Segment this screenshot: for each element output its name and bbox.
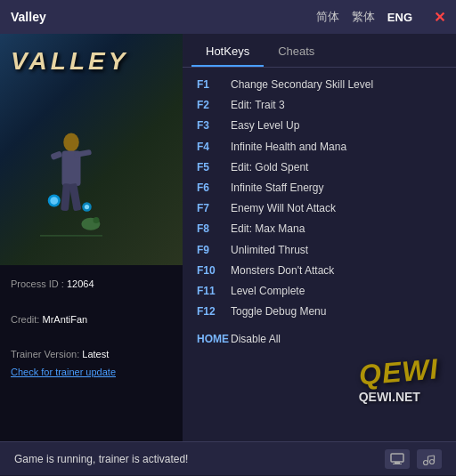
tab-hotkeys[interactable]: HotKeys	[191, 37, 264, 67]
hotkey-desc-f11: Level Complete	[231, 283, 305, 300]
svg-rect-5	[69, 183, 81, 212]
hotkey-key-f11: F11	[197, 283, 231, 300]
hotkey-row-f7: F7 Enemy Will Not Attack	[197, 200, 442, 217]
svg-rect-13	[391, 454, 403, 462]
hotkey-desc-home: Disable All	[231, 331, 281, 348]
process-id-row: Process ID : 12064	[11, 276, 172, 294]
credit-value: MrAntiFan	[42, 314, 87, 325]
hotkey-key-f8: F8	[197, 221, 231, 238]
hotkey-key-f5: F5	[197, 159, 231, 176]
hotkey-row-f9: F9 Unlimited Thrust	[197, 242, 442, 259]
hotkey-key-f3: F3	[197, 117, 231, 134]
hotkey-key-f1: F1	[197, 77, 231, 93]
title-bar: Valley 简体 繁体 ENG ✕	[0, 0, 456, 34]
lang-traditional[interactable]: 繁体	[352, 9, 375, 25]
left-panel: VALLEY	[0, 34, 183, 441]
hotkey-desc-f1: Change Secondary Skill Level	[231, 77, 373, 93]
trainer-version-row: Trainer Version: Latest	[11, 346, 172, 364]
monitor-icon[interactable]	[385, 449, 410, 469]
tab-cheats[interactable]: Cheats	[264, 37, 329, 67]
update-link-container: Check for trainer update	[11, 364, 172, 382]
svg-rect-15	[393, 464, 402, 464]
svg-rect-14	[395, 462, 400, 464]
credit-row: Credit: MrAntiFan	[11, 311, 172, 329]
hotkey-row-home: HOME Disable All	[197, 331, 442, 348]
tabs-bar: HotKeys Cheats	[183, 37, 456, 68]
svg-rect-4	[61, 183, 70, 211]
game-title-overlay: VALLEY	[11, 47, 128, 76]
hotkey-row-f1: F1 Change Secondary Skill Level	[197, 77, 442, 93]
status-message: Game is running, trainer is activated!	[14, 453, 385, 465]
watermark: QEWI QEWI.NET	[359, 356, 438, 405]
hotkey-key-f4: F4	[197, 139, 231, 156]
svg-point-11	[94, 217, 100, 223]
hotkey-row-f11: F11 Level Complete	[197, 283, 442, 300]
hotkey-desc-f10: Monsters Don't Attack	[231, 262, 334, 279]
process-id-value: 12064	[67, 278, 94, 289]
hotkey-row-f3: F3 Easy Level Up	[197, 117, 442, 134]
credit-label: Credit:	[11, 314, 39, 325]
trainer-update-link[interactable]: Check for trainer update	[11, 367, 116, 377]
hotkey-key-home: HOME	[197, 331, 231, 348]
watermark-domain: QEWI.NET	[359, 390, 420, 404]
hotkey-key-f6: F6	[197, 180, 231, 197]
hotkey-key-f2: F2	[197, 97, 231, 114]
language-switcher: 简体 繁体 ENG ✕	[316, 9, 445, 26]
game-image: VALLEY	[0, 34, 183, 265]
hotkey-row-f4: F4 Infinite Health and Mana	[197, 139, 442, 156]
hotkey-row-f10: F10 Monsters Don't Attack	[197, 262, 442, 279]
status-bar: Game is running, trainer is activated!	[0, 441, 456, 475]
window-title: Valley	[11, 10, 316, 24]
trainer-version-value: Latest	[82, 349, 109, 359]
close-button[interactable]: ✕	[434, 9, 445, 26]
svg-point-0	[63, 133, 79, 151]
lang-simplified[interactable]: 简体	[316, 9, 339, 25]
hotkey-key-f7: F7	[197, 200, 231, 217]
svg-point-17	[430, 459, 435, 464]
hotkey-desc-f4: Infinite Health and Mana	[231, 139, 346, 156]
game-info: Process ID : 12064 Credit: MrAntiFan Tra…	[0, 265, 183, 392]
hotkey-desc-f8: Edit: Max Mana	[231, 221, 305, 238]
svg-point-9	[85, 205, 89, 209]
hotkey-row-f6: F6 Infinite Staff Energy	[197, 180, 442, 197]
music-icon[interactable]	[417, 449, 442, 469]
hotkey-row-f2: F2 Edit: Trait 3	[197, 97, 442, 114]
svg-rect-2	[50, 150, 62, 160]
svg-point-7	[50, 197, 58, 205]
hotkey-row-f8: F8 Edit: Max Mana	[197, 221, 442, 238]
hotkey-key-f9: F9	[197, 242, 231, 259]
hotkey-key-f10: F10	[197, 262, 231, 279]
watermark-text: QEWI	[357, 352, 439, 392]
trainer-version-label: Trainer Version:	[11, 349, 79, 359]
hotkey-desc-f2: Edit: Trait 3	[231, 97, 285, 114]
status-icons	[385, 449, 442, 469]
hotkey-desc-f7: Enemy Will Not Attack	[231, 200, 336, 217]
hotkey-row-f12: F12 Toggle Debug Menu	[197, 303, 442, 320]
hotkey-desc-f9: Unlimited Thrust	[231, 242, 308, 259]
process-id-label: Process ID :	[11, 278, 64, 289]
svg-line-20	[428, 456, 435, 456]
hotkey-desc-f5: Edit: Gold Spent	[231, 159, 308, 176]
hotkey-row-f5: F5 Edit: Gold Spent	[197, 159, 442, 176]
game-character-svg	[36, 123, 107, 247]
lang-english[interactable]: ENG	[387, 11, 412, 24]
hotkey-desc-f6: Infinite Staff Energy	[231, 180, 324, 197]
hotkey-key-f12: F12	[197, 303, 231, 320]
svg-rect-3	[74, 149, 92, 157]
svg-point-16	[424, 460, 428, 464]
hotkey-desc-f3: Easy Level Up	[231, 117, 299, 134]
hotkey-desc-f12: Toggle Debug Menu	[231, 303, 326, 320]
